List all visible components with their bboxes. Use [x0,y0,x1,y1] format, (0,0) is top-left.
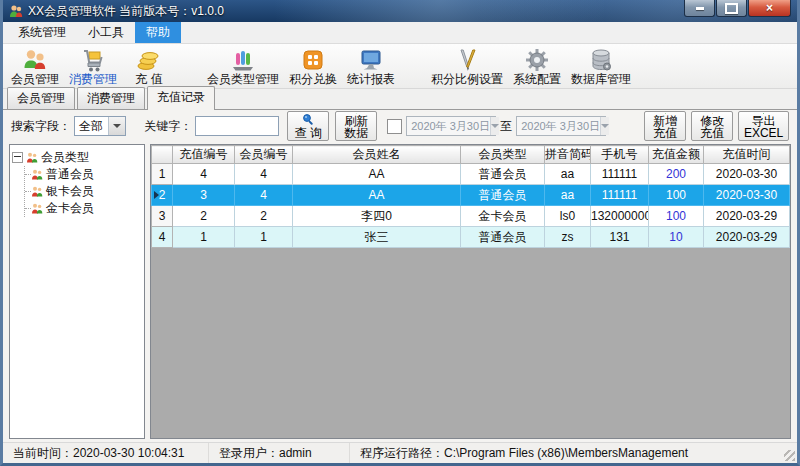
date-to-value: 2020年 3月30日 [517,119,600,134]
tree-item-silver-member[interactable]: 银卡会员 [25,183,142,200]
date-filter-checkbox[interactable] [387,119,402,134]
export-excel-button[interactable]: 导出EXCEL [738,111,789,141]
cell-pinyin: aa [545,185,591,206]
grid-corner-cell [152,146,173,164]
cell-member-name: AA [293,185,461,206]
cell-member-name: AA [293,164,461,185]
keyword-input[interactable] [195,116,279,136]
member-type-tree: 会员类型 普通会员 银卡会员 [9,144,145,439]
search-panel: 搜索字段： 全部 关键字： 查 询 刷新数据 2020年 3月30日 [3,110,797,142]
cell-member-id: 1 [235,227,293,248]
query-button[interactable]: 查 询 [287,111,329,141]
calendar-dropdown-icon[interactable] [490,117,499,135]
system-config-icon [524,47,550,73]
recharge-icon [136,47,162,73]
members-icon [22,47,48,73]
toolbar-points-exchange[interactable]: 积分兑换 [284,46,342,87]
tab-consume-management[interactable]: 消费管理 [77,87,145,109]
tree-item-label: 普通会员 [46,166,94,183]
member-type-icon [230,47,256,73]
member-group-icon [31,186,43,197]
toolbar-members-label: 会员管理 [11,73,59,86]
search-field-select[interactable]: 全部 [74,116,126,136]
cell-amount: 100 [649,206,704,227]
tree-item-label: 银卡会员 [46,183,94,200]
report-icon [358,47,384,73]
toolbar-database[interactable]: 数据库管理 [566,46,636,87]
cell-phone: 13200000000 [591,206,649,227]
close-button[interactable]: × [748,0,791,17]
date-to-label: 至 [500,118,512,135]
edit-recharge-button[interactable]: 修改充值 [691,111,733,141]
toolbar-member-type-label: 会员类型管理 [207,73,279,86]
toolbar-points-ratio[interactable]: 积分比例设置 [426,46,508,87]
toolbar-consume[interactable]: 消费管理 [64,46,122,87]
toolbar-member-type[interactable]: 会员类型管理 [202,46,284,87]
row-number: 4 [152,227,173,248]
col-pinyin[interactable]: 拼音简码 [545,146,591,164]
tab-recharge-records[interactable]: 充值记录 [147,86,215,110]
tree-item-label: 金卡会员 [46,200,94,217]
cell-member-name: 李四0 [293,206,461,227]
resize-grip[interactable] [784,450,795,461]
toolbar-system-config-label: 系统配置 [513,73,561,86]
add-recharge-button[interactable]: 新增充值 [644,111,686,141]
query-button-label: 查 询 [295,127,322,139]
tree-root-label: 会员类型 [41,149,89,166]
table-row[interactable]: 1 4 4 AA 普通会员 aa 111111 200 2020-03-30 [152,164,790,185]
cell-member-type: 金卡会员 [461,206,545,227]
database-icon [588,47,614,73]
menu-tools[interactable]: 小工具 [77,22,135,43]
table-row[interactable]: 4 1 1 张三 普通会员 zs 131 10 2020-03-29 [152,227,790,248]
tree-collapse-icon[interactable] [12,152,23,163]
current-row-indicator-icon [154,191,159,199]
cell-recharge-id: 1 [173,227,235,248]
col-member-id[interactable]: 会员编号 [235,146,293,164]
status-current-time: 当前时间：2020-03-30 10:04:31 [3,443,209,463]
grid-header-row: 充值编号 会员编号 会员姓名 会员类型 拼音简码 手机号 充值金额 充值时间 [152,146,790,164]
toolbar-recharge[interactable]: 充 值 [122,46,176,87]
window-title: XX会员管理软件 当前版本号：v1.0.0 [28,3,224,20]
date-from-picker[interactable]: 2020年 3月30日 [406,116,496,136]
refresh-button[interactable]: 刷新数据 [335,111,377,141]
col-member-name[interactable]: 会员姓名 [293,146,461,164]
menu-help[interactable]: 帮助 [135,22,181,43]
menu-system[interactable]: 系统管理 [7,22,77,43]
maximize-button[interactable] [716,0,747,17]
col-member-type[interactable]: 会员类型 [461,146,545,164]
refresh-button-label: 刷新数据 [340,115,372,139]
points-ratio-icon [454,47,480,73]
dropdown-arrow-icon[interactable] [108,117,125,135]
member-group-icon [31,169,43,180]
toolbar-report[interactable]: 统计报表 [342,46,400,87]
calendar-dropdown-icon[interactable] [600,117,609,135]
col-recharge-time[interactable]: 充值时间 [704,146,790,164]
cell-recharge-id: 2 [173,206,235,227]
status-run-path: 程序运行路径：C:\Program Files (x86)\MembersMan… [350,443,698,463]
toolbar: 会员管理 消费管理 充 值 [3,44,797,89]
col-phone[interactable]: 手机号 [591,146,649,164]
toolbar-points-ratio-label: 积分比例设置 [431,73,503,86]
cell-pinyin: ls0 [545,206,591,227]
col-amount[interactable]: 充值金额 [649,146,704,164]
col-recharge-id[interactable]: 充值编号 [173,146,235,164]
tree-item-normal-member[interactable]: 普通会员 [25,166,142,183]
cell-amount: 200 [649,164,704,185]
toolbar-recharge-label: 充 值 [135,73,162,86]
menu-bar: 系统管理 小工具 帮助 [3,22,797,44]
edit-recharge-label: 修改充值 [696,115,728,139]
toolbar-system-config[interactable]: 系统配置 [508,46,566,87]
search-icon [302,113,315,126]
cell-recharge-id: 3 [173,185,235,206]
table-row-selected[interactable]: 2 3 4 AA 普通会员 aa 111111 100 2020-03-30 [152,185,790,206]
recharge-grid: 充值编号 会员编号 会员姓名 会员类型 拼音简码 手机号 充值金额 充值时间 1… [150,144,791,439]
cell-recharge-id: 4 [173,164,235,185]
tree-root[interactable]: 会员类型 [12,149,142,166]
minimize-button[interactable] [684,0,715,17]
tree-item-gold-member[interactable]: 金卡会员 [25,200,142,217]
toolbar-report-label: 统计报表 [347,73,395,86]
toolbar-members[interactable]: 会员管理 [6,46,64,87]
date-to-picker[interactable]: 2020年 3月30日 [516,116,606,136]
table-row[interactable]: 3 2 2 李四0 金卡会员 ls0 13200000000 100 2020-… [152,206,790,227]
tab-member-management[interactable]: 会员管理 [7,87,75,109]
